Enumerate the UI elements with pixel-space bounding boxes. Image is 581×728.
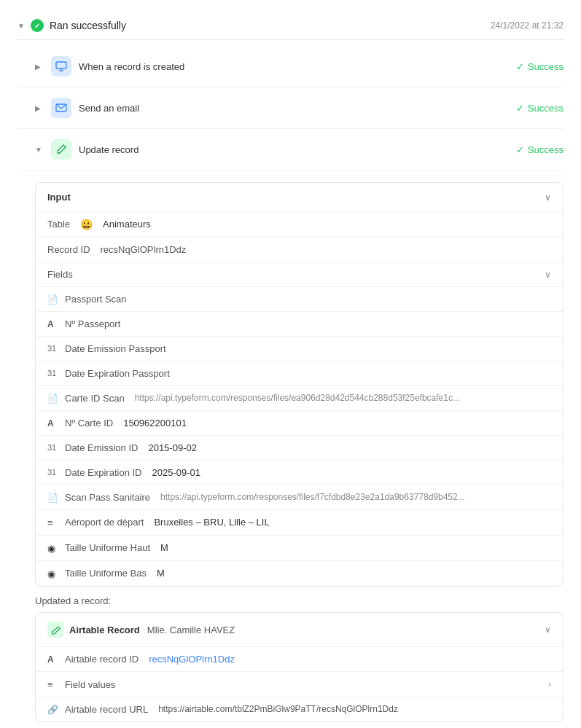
input-card-title: Input [47,192,71,203]
date-expiration-id-label: Date Expiration ID [65,467,142,478]
step-check-2: ✓ [516,103,524,114]
step-left-3: ▼ Update record [35,139,139,160]
scan-pass-sanitaire-icon: 📄 [47,493,59,503]
field-date-emission-id: 31 Date Emission ID 2015-09-02 [36,435,563,460]
airtable-record-url-row: 🔗 Airtable record URL https://airtable.c… [36,697,563,721]
airtable-record-id-value[interactable]: recsNqGlOPlrn1Ddz [149,654,235,665]
date-expiration-passport-icon: 31 [47,369,59,377]
input-card: Input ∨ Table 😀 Animateurs Record ID rec… [35,182,564,587]
aeroport-depart-value: Bruxelles – BRU, Lille – LIL [154,517,269,528]
step-success-2: Success [528,103,564,114]
step-status-2: ✓ Success [516,103,564,114]
passport-scan-label: Passport Scan [65,294,127,305]
field-values-left: ≡ Field values [47,678,115,690]
run-status-chevron[interactable]: ▼ [17,22,25,30]
field-taille-uniforme-bas: ◉ Taille Uniforme Bas M [36,560,563,586]
field-values-label: Field values [65,679,115,690]
fields-header[interactable]: Fields ∨ [36,262,563,286]
step-label-2: Send an email [79,103,139,114]
field-carte-id-scan: 📄 Carte ID Scan https://api.typeform.com… [36,385,563,410]
table-label: Table [47,219,70,230]
step-status-3: ✓ Success [516,144,564,155]
run-status-timestamp: 24/1/2022 at 21:32 [491,20,564,31]
step-when-record-created: ▶ When a record is created ✓ Success [17,46,564,87]
date-expiration-id-icon: 31 [47,468,59,477]
field-values-row[interactable]: ≡ Field values › [36,671,563,697]
step-status-1: ✓ Success [516,61,564,72]
step-chevron-3[interactable]: ▼ [35,146,44,154]
airtable-record-url-icon: 🔗 [47,705,59,715]
step-success-1: Success [528,61,564,72]
taille-uniforme-bas-label: Taille Uniforme Bas [65,568,147,579]
field-no-passeport: A Nº Passeport [36,311,563,336]
step-label-3: Update record [79,144,139,155]
field-values-chevron[interactable]: › [548,679,551,689]
field-date-expiration-id: 31 Date Expiration ID 2025-09-01 [36,460,563,485]
aeroport-depart-label: Aéroport de départ [65,517,144,528]
input-card-chevron[interactable]: ∨ [545,192,551,203]
step-icon-computer [51,56,71,77]
run-status-bar: ▼ ✓ Ran successfully 24/1/2022 at 21:32 [17,12,564,40]
airtable-card-header[interactable]: Airtable Record Mlle. Camille HAVEZ ∨ [36,613,563,646]
step-icon-update [51,139,71,160]
taille-uniforme-bas-value: M [157,568,165,579]
airtable-card: Airtable Record Mlle. Camille HAVEZ ∨ A … [35,612,564,722]
no-carte-id-label: Nº Carte ID [65,418,113,428]
step-left: ▶ When a record is created [35,56,184,77]
updated-label: Updated a record: [17,587,564,612]
aeroport-depart-icon: ≡ [47,517,59,528]
airtable-record-label: Airtable Record [69,625,140,635]
field-aeroport-depart: ≡ Aéroport de départ Bruxelles – BRU, Li… [36,509,563,535]
step-icon-email [51,98,71,118]
record-id-value: recsNqGlOPlrn1Ddz [101,244,187,255]
taille-uniforme-haut-icon: ◉ [47,543,59,554]
date-expiration-passport-label: Date Expiration Passport [65,368,170,379]
field-date-expiration-passport: 31 Date Expiration Passport [36,361,563,385]
step-chevron-1[interactable]: ▶ [35,63,44,71]
step-success-3: Success [528,144,564,155]
record-id-label: Record ID [47,244,90,255]
date-expiration-id-value: 2025-09-01 [152,467,201,478]
main-container: ▼ ✓ Ran successfully 24/1/2022 at 21:32 … [0,0,581,728]
airtable-record-url-label: Airtable record URL [65,704,148,715]
scan-pass-sanitaire-value: https://api.typeform.com/responses/files… [160,492,465,502]
field-values-icon: ≡ [47,679,59,690]
taille-uniforme-bas-icon: ◉ [47,568,59,579]
airtable-record-id-label: Airtable record ID [65,654,139,665]
step-update-record: ▼ Update record ✓ Success [17,129,564,171]
table-row: Table 😀 Animateurs [36,211,563,237]
step-label-1: When a record is created [79,61,184,72]
fields-chevron[interactable]: ∨ [545,270,551,280]
run-status-left: ▼ ✓ Ran successfully [17,19,126,32]
table-name: Animateurs [103,219,151,230]
taille-uniforme-haut-label: Taille Uniforme Haut [65,542,150,553]
no-passeport-icon: A [47,319,59,329]
step-left-2: ▶ Send an email [35,98,139,118]
step-check-3: ✓ [516,144,524,155]
field-passport-scan: 📄 Passport Scan [36,286,563,311]
input-card-header[interactable]: Input ∨ [36,183,563,211]
date-emission-passport-icon: 31 [47,344,59,353]
field-taille-uniforme-haut: ◉ Taille Uniforme Haut M [36,535,563,560]
carte-id-scan-label: Carte ID Scan [65,393,125,404]
carte-id-scan-value: https://api.typeform.com/responses/files… [135,393,460,403]
airtable-card-chevron[interactable]: ∨ [545,625,551,635]
run-status-icon: ✓ [31,19,44,32]
date-emission-id-label: Date Emission ID [65,442,138,453]
no-passeport-label: Nº Passeport [65,318,120,329]
step-send-email: ▶ Send an email ✓ Success [17,87,564,129]
table-emoji: 😀 [80,219,93,230]
step-chevron-2[interactable]: ▶ [35,104,44,112]
fields-header-label: Fields [47,269,73,280]
run-status-title: Ran successfully [50,20,126,31]
date-emission-id-value: 2015-09-02 [148,442,197,453]
scan-pass-sanitaire-label: Scan Pass Sanitaire [65,492,150,503]
airtable-card-left: Airtable Record Mlle. Camille HAVEZ [47,622,235,638]
svg-rect-0 [56,62,66,69]
taille-uniforme-haut-value: M [160,542,168,553]
airtable-icon [47,622,63,638]
date-emission-passport-label: Date Emission Passport [65,343,166,354]
airtable-record-id-row: A Airtable record ID recsNqGlOPlrn1Ddz [36,646,563,671]
record-id-row: Record ID recsNqGlOPlrn1Ddz [36,237,563,262]
airtable-record-id-icon: A [47,654,59,665]
